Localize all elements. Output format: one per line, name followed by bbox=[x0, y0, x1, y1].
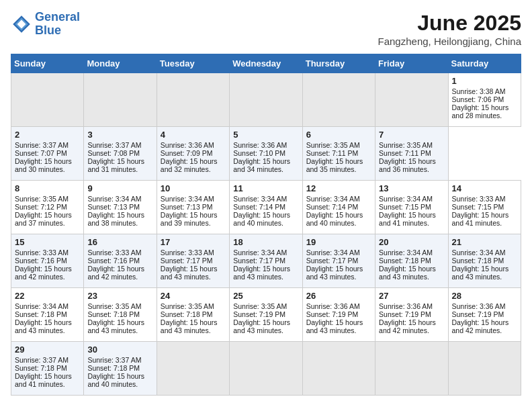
week-row-2: 2Sunrise: 3:37 AMSunset: 7:07 PMDaylight… bbox=[11, 127, 521, 181]
day-cell-20: 20Sunrise: 3:34 AMSunset: 7:18 PMDayligh… bbox=[375, 234, 448, 288]
empty-cell bbox=[448, 342, 521, 396]
logo: General Blue bbox=[11, 11, 80, 38]
column-header-tuesday: Tuesday bbox=[157, 54, 229, 73]
empty-cell bbox=[375, 342, 448, 396]
empty-cell bbox=[84, 73, 157, 127]
day-cell-23: 23Sunrise: 3:35 AMSunset: 7:18 PMDayligh… bbox=[84, 288, 157, 342]
column-header-saturday: Saturday bbox=[448, 54, 521, 73]
day-cell-4: 4Sunrise: 3:36 AMSunset: 7:09 PMDaylight… bbox=[157, 127, 229, 181]
empty-cell bbox=[230, 73, 302, 127]
page-header: General Blue June 2025 Fangzheng, Heilon… bbox=[11, 11, 521, 47]
column-header-sunday: Sunday bbox=[11, 54, 84, 73]
empty-cell bbox=[230, 342, 302, 396]
day-cell-10: 10Sunrise: 3:34 AMSunset: 7:13 PMDayligh… bbox=[157, 181, 229, 234]
calendar-table: SundayMondayTuesdayWednesdayThursdayFrid… bbox=[11, 54, 521, 396]
column-header-monday: Monday bbox=[84, 54, 157, 73]
day-cell-24: 24Sunrise: 3:35 AMSunset: 7:18 PMDayligh… bbox=[157, 288, 229, 342]
subtitle: Fangzheng, Heilongjiang, China bbox=[378, 36, 521, 47]
day-cell-14: 14Sunrise: 3:33 AMSunset: 7:15 PMDayligh… bbox=[448, 181, 521, 234]
logo-icon bbox=[11, 13, 32, 35]
empty-cell bbox=[302, 73, 375, 127]
column-header-wednesday: Wednesday bbox=[230, 54, 302, 73]
day-cell-8: 8Sunrise: 3:35 AMSunset: 7:12 PMDaylight… bbox=[11, 181, 84, 234]
empty-cell bbox=[302, 342, 375, 396]
week-row-3: 8Sunrise: 3:35 AMSunset: 7:12 PMDaylight… bbox=[11, 181, 521, 234]
day-cell-21: 21Sunrise: 3:34 AMSunset: 7:18 PMDayligh… bbox=[448, 234, 521, 288]
day-cell-13: 13Sunrise: 3:34 AMSunset: 7:15 PMDayligh… bbox=[375, 181, 448, 234]
day-cell-1: 1Sunrise: 3:38 AMSunset: 7:06 PMDaylight… bbox=[448, 73, 521, 127]
day-cell-3: 3Sunrise: 3:37 AMSunset: 7:08 PMDaylight… bbox=[84, 127, 157, 181]
day-cell-28: 28Sunrise: 3:36 AMSunset: 7:19 PMDayligh… bbox=[448, 288, 521, 342]
empty-cell bbox=[375, 73, 448, 127]
calendar-body: 1Sunrise: 3:38 AMSunset: 7:06 PMDaylight… bbox=[11, 73, 521, 396]
empty-cell bbox=[157, 73, 229, 127]
day-cell-16: 16Sunrise: 3:33 AMSunset: 7:16 PMDayligh… bbox=[84, 234, 157, 288]
day-cell-12: 12Sunrise: 3:34 AMSunset: 7:14 PMDayligh… bbox=[302, 181, 375, 234]
day-cell-25: 25Sunrise: 3:35 AMSunset: 7:19 PMDayligh… bbox=[230, 288, 302, 342]
day-cell-27: 27Sunrise: 3:36 AMSunset: 7:19 PMDayligh… bbox=[375, 288, 448, 342]
title-block: June 2025 Fangzheng, Heilongjiang, China bbox=[378, 11, 521, 47]
day-cell-2: 2Sunrise: 3:37 AMSunset: 7:07 PMDaylight… bbox=[11, 127, 84, 181]
day-cell-30: 30Sunrise: 3:37 AMSunset: 7:18 PMDayligh… bbox=[84, 342, 157, 396]
day-cell-22: 22Sunrise: 3:34 AMSunset: 7:18 PMDayligh… bbox=[11, 288, 84, 342]
day-cell-7: 7Sunrise: 3:35 AMSunset: 7:11 PMDaylight… bbox=[375, 127, 448, 181]
day-cell-29: 29Sunrise: 3:37 AMSunset: 7:18 PMDayligh… bbox=[11, 342, 84, 396]
calendar-header: SundayMondayTuesdayWednesdayThursdayFrid… bbox=[11, 54, 521, 73]
column-header-thursday: Thursday bbox=[302, 54, 375, 73]
column-header-friday: Friday bbox=[375, 54, 448, 73]
day-cell-5: 5Sunrise: 3:36 AMSunset: 7:10 PMDaylight… bbox=[230, 127, 302, 181]
day-cell-26: 26Sunrise: 3:36 AMSunset: 7:19 PMDayligh… bbox=[302, 288, 375, 342]
main-title: June 2025 bbox=[378, 11, 521, 36]
day-cell-18: 18Sunrise: 3:34 AMSunset: 7:17 PMDayligh… bbox=[230, 234, 302, 288]
week-row-4: 15Sunrise: 3:33 AMSunset: 7:16 PMDayligh… bbox=[11, 234, 521, 288]
day-cell-19: 19Sunrise: 3:34 AMSunset: 7:17 PMDayligh… bbox=[302, 234, 375, 288]
week-row-6: 29Sunrise: 3:37 AMSunset: 7:18 PMDayligh… bbox=[11, 342, 521, 396]
day-cell-15: 15Sunrise: 3:33 AMSunset: 7:16 PMDayligh… bbox=[11, 234, 84, 288]
day-cell-9: 9Sunrise: 3:34 AMSunset: 7:13 PMDaylight… bbox=[84, 181, 157, 234]
empty-cell bbox=[157, 342, 229, 396]
empty-cell bbox=[11, 73, 84, 127]
day-cell-11: 11Sunrise: 3:34 AMSunset: 7:14 PMDayligh… bbox=[230, 181, 302, 234]
logo-text: General Blue bbox=[35, 11, 80, 38]
week-row-1: 1Sunrise: 3:38 AMSunset: 7:06 PMDaylight… bbox=[11, 73, 521, 127]
day-cell-6: 6Sunrise: 3:35 AMSunset: 7:11 PMDaylight… bbox=[302, 127, 375, 181]
day-cell-17: 17Sunrise: 3:33 AMSunset: 7:17 PMDayligh… bbox=[157, 234, 229, 288]
week-row-5: 22Sunrise: 3:34 AMSunset: 7:18 PMDayligh… bbox=[11, 288, 521, 342]
